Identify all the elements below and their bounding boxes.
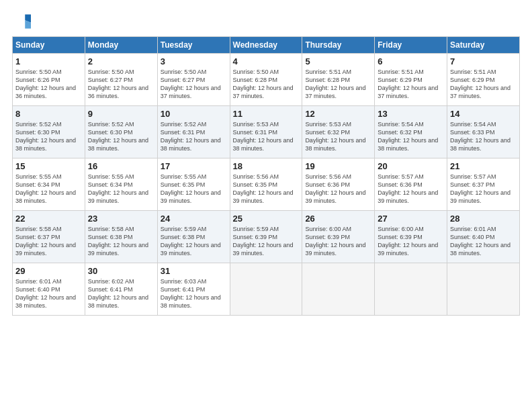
weekday-header: Thursday [302, 37, 375, 54]
day-number: 25 [233, 214, 300, 224]
day-detail: Sunrise: 6:00 AMSunset: 6:39 PMDaylight:… [305, 225, 371, 258]
day-number: 5 [305, 56, 371, 66]
calendar-row: 15Sunrise: 5:55 AMSunset: 6:34 PMDayligh… [13, 158, 520, 211]
day-number: 2 [88, 56, 154, 66]
day-detail: Sunrise: 5:50 AMSunset: 6:27 PMDaylight:… [161, 68, 227, 101]
calendar-cell: 18Sunrise: 5:56 AMSunset: 6:35 PMDayligh… [230, 158, 302, 211]
calendar-row: 8Sunrise: 5:52 AMSunset: 6:30 PMDaylight… [13, 106, 520, 158]
day-number: 10 [161, 109, 227, 119]
day-number: 1 [15, 56, 82, 66]
weekday-header: Monday [85, 37, 157, 54]
day-number: 30 [88, 266, 154, 276]
day-detail: Sunrise: 5:50 AMSunset: 6:26 PMDaylight:… [15, 68, 82, 101]
calendar-cell [230, 263, 302, 316]
calendar-cell [302, 263, 375, 316]
day-number: 27 [378, 214, 444, 224]
calendar-cell: 21Sunrise: 5:57 AMSunset: 6:37 PMDayligh… [447, 158, 520, 211]
day-number: 19 [305, 161, 371, 171]
weekday-header: Tuesday [157, 37, 230, 54]
calendar-cell: 29Sunrise: 6:01 AMSunset: 6:40 PMDayligh… [13, 263, 85, 316]
calendar-cell: 4Sunrise: 5:50 AMSunset: 6:28 PMDaylight… [230, 54, 302, 106]
calendar-cell: 14Sunrise: 5:54 AMSunset: 6:33 PMDayligh… [447, 106, 520, 158]
day-number: 22 [15, 214, 82, 224]
calendar-cell: 5Sunrise: 5:51 AMSunset: 6:28 PMDaylight… [302, 54, 375, 106]
weekday-header: Saturday [447, 37, 520, 54]
day-detail: Sunrise: 5:53 AMSunset: 6:32 PMDaylight:… [305, 120, 371, 153]
header [12, 12, 520, 31]
day-detail: Sunrise: 5:51 AMSunset: 6:29 PMDaylight:… [378, 68, 444, 101]
calendar-cell: 15Sunrise: 5:55 AMSunset: 6:34 PMDayligh… [13, 158, 85, 211]
day-number: 3 [161, 56, 227, 66]
calendar-cell [375, 263, 447, 316]
calendar-cell: 17Sunrise: 5:55 AMSunset: 6:35 PMDayligh… [157, 158, 230, 211]
calendar-cell: 7Sunrise: 5:51 AMSunset: 6:29 PMDaylight… [447, 54, 520, 106]
day-detail: Sunrise: 5:54 AMSunset: 6:32 PMDaylight:… [378, 120, 444, 153]
day-number: 26 [305, 214, 371, 224]
day-number: 16 [88, 161, 154, 171]
day-detail: Sunrise: 5:56 AMSunset: 6:36 PMDaylight:… [305, 173, 371, 205]
day-number: 13 [378, 109, 444, 119]
calendar-cell: 16Sunrise: 5:55 AMSunset: 6:34 PMDayligh… [85, 158, 157, 211]
day-number: 12 [305, 109, 371, 119]
day-detail: Sunrise: 5:57 AMSunset: 6:37 PMDaylight:… [450, 173, 517, 205]
calendar-cell: 26Sunrise: 6:00 AMSunset: 6:39 PMDayligh… [302, 211, 375, 263]
calendar-cell: 9Sunrise: 5:52 AMSunset: 6:30 PMDaylight… [85, 106, 157, 158]
calendar-header-row: SundayMondayTuesdayWednesdayThursdayFrid… [13, 37, 520, 54]
day-detail: Sunrise: 6:03 AMSunset: 6:41 PMDaylight:… [161, 277, 227, 310]
day-detail: Sunrise: 5:52 AMSunset: 6:30 PMDaylight:… [15, 120, 82, 153]
day-number: 15 [15, 161, 82, 171]
day-detail: Sunrise: 5:54 AMSunset: 6:33 PMDaylight:… [450, 120, 517, 153]
calendar-cell: 27Sunrise: 6:00 AMSunset: 6:39 PMDayligh… [375, 211, 447, 263]
day-number: 29 [15, 266, 82, 276]
day-detail: Sunrise: 5:58 AMSunset: 6:37 PMDaylight:… [15, 225, 82, 258]
weekday-header: Wednesday [230, 37, 302, 54]
day-detail: Sunrise: 5:51 AMSunset: 6:29 PMDaylight:… [450, 68, 517, 101]
day-detail: Sunrise: 6:01 AMSunset: 6:40 PMDaylight:… [450, 225, 517, 258]
calendar-row: 22Sunrise: 5:58 AMSunset: 6:37 PMDayligh… [13, 211, 520, 263]
day-detail: Sunrise: 5:59 AMSunset: 6:39 PMDaylight:… [233, 225, 300, 258]
day-number: 9 [88, 109, 154, 119]
calendar-cell: 12Sunrise: 5:53 AMSunset: 6:32 PMDayligh… [302, 106, 375, 158]
day-detail: Sunrise: 6:00 AMSunset: 6:39 PMDaylight:… [378, 225, 444, 258]
calendar-cell: 2Sunrise: 5:50 AMSunset: 6:27 PMDaylight… [85, 54, 157, 106]
day-detail: Sunrise: 5:53 AMSunset: 6:31 PMDaylight:… [233, 120, 300, 153]
day-number: 7 [450, 56, 517, 66]
logo-icon [12, 12, 31, 31]
day-detail: Sunrise: 5:52 AMSunset: 6:30 PMDaylight:… [88, 120, 154, 153]
day-number: 21 [450, 161, 517, 171]
calendar-cell: 8Sunrise: 5:52 AMSunset: 6:30 PMDaylight… [13, 106, 85, 158]
calendar-cell: 11Sunrise: 5:53 AMSunset: 6:31 PMDayligh… [230, 106, 302, 158]
calendar-cell: 13Sunrise: 5:54 AMSunset: 6:32 PMDayligh… [375, 106, 447, 158]
calendar-cell: 20Sunrise: 5:57 AMSunset: 6:36 PMDayligh… [375, 158, 447, 211]
calendar-cell: 1Sunrise: 5:50 AMSunset: 6:26 PMDaylight… [13, 54, 85, 106]
day-number: 4 [233, 56, 300, 66]
day-detail: Sunrise: 5:57 AMSunset: 6:36 PMDaylight:… [378, 173, 444, 205]
calendar-cell: 10Sunrise: 5:52 AMSunset: 6:31 PMDayligh… [157, 106, 230, 158]
day-detail: Sunrise: 5:50 AMSunset: 6:27 PMDaylight:… [88, 68, 154, 101]
day-number: 11 [233, 109, 300, 119]
day-number: 17 [161, 161, 227, 171]
calendar-row: 1Sunrise: 5:50 AMSunset: 6:26 PMDaylight… [13, 54, 520, 106]
day-number: 24 [161, 214, 227, 224]
calendar-cell: 3Sunrise: 5:50 AMSunset: 6:27 PMDaylight… [157, 54, 230, 106]
day-number: 20 [378, 161, 444, 171]
day-detail: Sunrise: 5:58 AMSunset: 6:38 PMDaylight:… [88, 225, 154, 258]
calendar-cell: 30Sunrise: 6:02 AMSunset: 6:41 PMDayligh… [85, 263, 157, 316]
page-container: SundayMondayTuesdayWednesdayThursdayFrid… [0, 0, 532, 411]
day-detail: Sunrise: 5:51 AMSunset: 6:28 PMDaylight:… [305, 68, 371, 101]
calendar-cell: 6Sunrise: 5:51 AMSunset: 6:29 PMDaylight… [375, 54, 447, 106]
day-detail: Sunrise: 5:52 AMSunset: 6:31 PMDaylight:… [161, 120, 227, 153]
calendar-cell: 23Sunrise: 5:58 AMSunset: 6:38 PMDayligh… [85, 211, 157, 263]
calendar-cell: 25Sunrise: 5:59 AMSunset: 6:39 PMDayligh… [230, 211, 302, 263]
day-detail: Sunrise: 5:55 AMSunset: 6:34 PMDaylight:… [88, 173, 154, 205]
weekday-header: Friday [375, 37, 447, 54]
day-number: 18 [233, 161, 300, 171]
logo [12, 12, 34, 31]
day-number: 28 [450, 214, 517, 224]
day-detail: Sunrise: 6:02 AMSunset: 6:41 PMDaylight:… [88, 277, 154, 310]
calendar-row: 29Sunrise: 6:01 AMSunset: 6:40 PMDayligh… [13, 263, 520, 316]
day-number: 6 [378, 56, 444, 66]
weekday-header: Sunday [13, 37, 85, 54]
day-detail: Sunrise: 5:56 AMSunset: 6:35 PMDaylight:… [233, 173, 300, 205]
day-number: 23 [88, 214, 154, 224]
